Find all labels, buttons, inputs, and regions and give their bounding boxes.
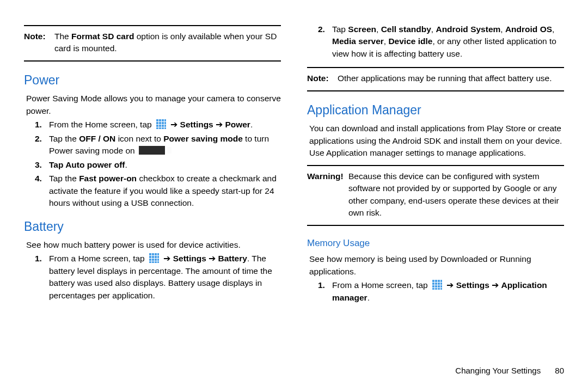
svg-rect-28 (155, 259, 157, 261)
svg-rect-15 (162, 127, 164, 129)
heading-battery: Battery (24, 218, 281, 236)
svg-rect-31 (152, 261, 154, 263)
svg-rect-43 (432, 285, 434, 287)
note-label: Note: (307, 72, 338, 84)
svg-rect-42 (440, 283, 442, 285)
list-item: 2. Tap the OFF / ON icon next to Power s… (35, 133, 281, 157)
svg-rect-12 (164, 125, 166, 127)
heading-power: Power (24, 71, 281, 89)
footer-section-label: Changing Your Settings (455, 366, 541, 375)
list-item: 1. From a Home screen, tap ➔ Settings ➔ … (318, 279, 564, 304)
svg-rect-30 (149, 261, 151, 263)
svg-rect-16 (164, 127, 166, 129)
power-intro: Power Saving Mode allows you to manage y… (26, 93, 281, 117)
svg-rect-33 (157, 261, 159, 263)
list-item: 3. Tap Auto power off. (35, 159, 281, 171)
page-footer: Changing Your Settings 80 (307, 355, 564, 377)
rule (24, 60, 281, 62)
svg-rect-10 (159, 125, 161, 127)
svg-rect-24 (155, 256, 157, 258)
svg-rect-26 (149, 259, 151, 261)
svg-rect-40 (435, 283, 437, 285)
svg-rect-35 (432, 280, 434, 282)
svg-rect-32 (155, 261, 157, 263)
list-item: 1. From a Home screen, tap ➔ Settings ➔ … (35, 253, 281, 302)
page-number: 80 (555, 366, 564, 375)
battery-steps: 1. From a Home screen, tap ➔ Settings ➔ … (24, 251, 281, 303)
toggle-off-on-icon (139, 146, 165, 155)
warning-block: Warning! Because this device can be conf… (307, 169, 564, 222)
svg-rect-19 (152, 253, 154, 255)
svg-rect-47 (432, 288, 434, 290)
svg-rect-48 (435, 288, 437, 290)
right-column: 2. Tap Screen, Cell standby, Android Sys… (307, 22, 564, 377)
apps-grid-icon (149, 253, 160, 264)
svg-rect-14 (159, 127, 161, 129)
svg-rect-39 (432, 283, 434, 285)
svg-rect-7 (162, 122, 164, 124)
svg-rect-25 (157, 256, 159, 258)
svg-rect-20 (155, 253, 157, 255)
svg-rect-22 (149, 256, 151, 258)
list-item: 1. From the Home screen, tap ➔ Settings … (35, 119, 281, 131)
am-intro: You can download and install application… (309, 122, 564, 159)
apps-grid-icon (156, 119, 167, 130)
svg-rect-8 (164, 122, 166, 124)
power-steps: 1. From the Home screen, tap ➔ Settings … (24, 117, 281, 211)
svg-rect-4 (164, 119, 166, 121)
mem-steps: 1. From a Home screen, tap ➔ Settings ➔ … (307, 278, 564, 305)
svg-rect-44 (435, 285, 437, 287)
list-item: 2. Tap Screen, Cell standby, Android Sys… (318, 23, 564, 60)
svg-rect-50 (440, 288, 442, 290)
svg-rect-29 (157, 259, 159, 261)
svg-rect-5 (156, 122, 158, 124)
rule (307, 90, 564, 91)
note-body: Other applications may be running that a… (338, 72, 552, 84)
svg-rect-49 (438, 288, 440, 290)
svg-rect-21 (157, 253, 159, 255)
list-item: 4. Tap the Fast power-on checkbox to cre… (35, 173, 281, 209)
note-label: Note: (24, 30, 54, 55)
note-body: The Format SD card option is only availa… (54, 30, 281, 55)
svg-rect-3 (162, 119, 164, 121)
warning-label: Warning! (307, 170, 348, 219)
svg-rect-41 (438, 283, 440, 285)
rule (307, 225, 564, 226)
svg-rect-1 (156, 119, 158, 121)
svg-rect-45 (438, 285, 440, 287)
heading-memory-usage: Memory Usage (307, 237, 564, 250)
apps-grid-icon (432, 279, 443, 290)
heading-application-manager: Application Manager (307, 101, 564, 119)
svg-rect-18 (149, 253, 151, 255)
rule (307, 67, 564, 68)
svg-rect-36 (435, 280, 437, 282)
svg-rect-13 (156, 127, 158, 129)
svg-rect-2 (159, 119, 161, 121)
svg-rect-9 (156, 125, 158, 127)
svg-rect-23 (152, 256, 154, 258)
warning-body: Because this device can be configured wi… (348, 170, 564, 219)
note-format-sd: Note: The Format SD card option is only … (24, 29, 281, 57)
battery-steps-cont: 2. Tap Screen, Cell standby, Android Sys… (307, 22, 564, 62)
note-other-apps: Note: Other applications may be running … (307, 71, 564, 87)
svg-rect-46 (440, 285, 442, 287)
svg-rect-37 (438, 280, 440, 282)
svg-rect-11 (162, 125, 164, 127)
rule (307, 165, 564, 166)
svg-rect-27 (152, 259, 154, 261)
svg-rect-38 (440, 280, 442, 282)
mem-intro: See how memory is being used by Download… (309, 253, 564, 278)
left-column: Note: The Format SD card option is only … (24, 22, 281, 377)
battery-intro: See how much battery power is used for d… (26, 239, 281, 251)
rule (24, 25, 281, 26)
svg-rect-6 (159, 122, 161, 124)
